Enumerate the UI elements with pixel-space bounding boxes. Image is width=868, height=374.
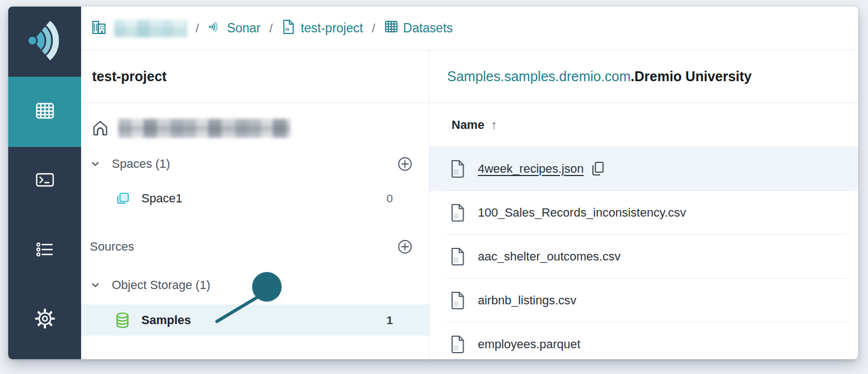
tree-item-sources: Sources [81,234,429,260]
source-count: 1 [386,314,393,327]
dataset-link-aac-shelter-outcomes[interactable]: aac_shelter_outcomes.csv [430,235,858,279]
database-icon [115,311,130,328]
breadcrumb-item-sonar[interactable]: Sonar [208,20,260,37]
tree-item-samples[interactable]: Samples 1 [81,304,429,336]
chevron-down-icon[interactable] [91,160,100,168]
file-icon [449,335,466,354]
table-row: 100_Sales_Records_inconsistency.csv [430,191,858,235]
screenshot-canvas: / Sonar / [0,0,868,374]
nav-sidebar [8,7,81,359]
organization-building-icon [91,19,107,38]
dataset-link-100-sales-records[interactable]: 100_Sales_Records_inconsistency.csv [430,191,858,235]
breadcrumb-item-label: Datasets [403,21,453,36]
datasets-grid-icon [35,101,55,122]
breadcrumb-separator: / [193,21,201,36]
breadcrumb: / Sonar / [81,7,858,50]
jobs-list-icon [36,241,54,260]
project-document-icon [282,19,296,38]
breadcrumb-item-datasets[interactable]: Datasets [384,20,453,37]
space-count: 0 [386,192,393,205]
dataset-path-header: Samples.samples.dremio.com.Dremio Univer… [430,50,858,103]
dataset-link-employees-parquet[interactable]: employees.parquet [430,322,858,359]
table-row: 4week_recipes.json [430,147,858,191]
spaces-section-label: Spaces (1) [112,157,170,171]
space-name: Space1 [141,191,182,206]
dataset-path-current: .Dremio University [631,69,752,84]
tree-item-home[interactable] [81,115,429,141]
datasets-grid-icon [384,20,398,37]
tree-item-spaces[interactable]: Spaces (1) [81,151,429,177]
dataset-name[interactable]: employees.parquet [478,337,580,352]
sources-section-label: Sources [90,240,134,254]
file-icon [449,160,466,178]
breadcrumb-item-label: test-project [301,21,363,36]
sql-runner-terminal-icon [35,171,55,191]
datasets-panel: Samples.samples.dremio.com.Dremio Univer… [430,50,858,359]
sort-ascending-arrow[interactable]: ↑ [491,118,497,132]
add-source-button[interactable] [397,239,413,254]
dataset-name[interactable]: airbnb_listings.csv [478,293,576,308]
sidebar-item-jobs[interactable] [8,224,81,277]
add-space-button[interactable] [397,156,413,172]
file-icon [449,203,466,222]
dataset-link-4week-recipes[interactable]: 4week_recipes.json [430,147,858,191]
project-header: test-project [81,50,429,103]
breadcrumb-org-redacted[interactable] [114,20,187,37]
app-window: / Sonar / [8,7,858,359]
copy-icon[interactable] [590,161,606,177]
breadcrumb-separator: / [267,21,275,36]
breadcrumb-item-label: Sonar [227,21,260,36]
home-icon [90,118,110,138]
file-icon [449,247,466,266]
dataset-name[interactable]: aac_shelter_outcomes.csv [478,250,620,264]
breadcrumb-separator: / [369,21,377,36]
project-tree-panel: test-project Spaces (1) [81,50,429,359]
table-row: airbnb_listings.csv [430,279,858,322]
sonar-fan-icon [208,20,222,37]
dremio-logo[interactable] [8,7,81,77]
sidebar-item-datasets[interactable] [8,77,81,147]
source-name: Samples [141,313,191,327]
table-header-row: Name ↑ [430,103,858,147]
dataset-path-link[interactable]: Samples.samples.dremio.com [447,69,631,84]
breadcrumb-item-test-project[interactable]: test-project [282,19,363,38]
sidebar-item-sql-runner[interactable] [8,155,81,207]
chevron-down-icon[interactable] [91,281,100,289]
dataset-link-airbnb-listings[interactable]: airbnb_listings.csv [430,279,858,322]
table-row: employees.parquet [430,322,858,359]
home-username-redacted [118,119,290,138]
tree-item-space1[interactable]: Space1 0 [81,185,429,212]
settings-gear-icon [35,308,55,331]
dataset-name[interactable]: 4week_recipes.json [478,162,584,176]
tree-item-object-storage[interactable]: Object Storage (1) [81,272,429,298]
dremio-logo-icon [24,19,66,64]
dataset-name[interactable]: 100_Sales_Records_inconsistency.csv [478,206,686,220]
space-layers-icon [115,191,130,206]
table-row: aac_shelter_outcomes.csv [430,235,858,279]
project-title: test-project [92,69,167,84]
sidebar-item-settings[interactable] [8,293,81,346]
file-icon [449,291,466,310]
name-column-header[interactable]: Name [452,118,484,132]
object-storage-label: Object Storage (1) [112,278,210,292]
